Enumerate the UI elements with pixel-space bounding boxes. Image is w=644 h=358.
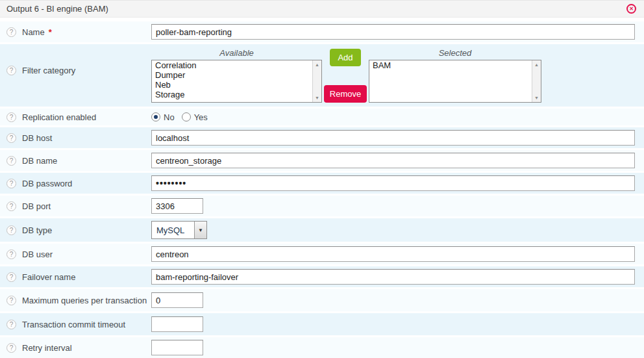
help-icon[interactable]: ?: [6, 27, 16, 37]
list-option[interactable]: Neb: [152, 80, 321, 90]
scrollbar[interactable]: ▲ ▼: [532, 60, 541, 102]
field-label-cell: ? Transaction commit timeout: [0, 320, 151, 329]
field-label: DB port: [22, 201, 51, 211]
required-asterisk: *: [49, 27, 52, 37]
field-label: Maximum queries per transaction: [22, 296, 147, 305]
form-row-replication: ? Replication enabled No Yes: [0, 109, 644, 125]
help-icon[interactable]: ?: [6, 156, 16, 166]
db-type-select[interactable]: MySQL ▼: [151, 221, 207, 239]
field-label: Name: [22, 27, 45, 37]
field-label: DB user: [22, 249, 53, 259]
field-label-cell: ? DB host: [0, 133, 151, 143]
list-option[interactable]: Correlation: [152, 60, 321, 70]
add-button[interactable]: Add: [330, 49, 360, 66]
field-label-cell: ? DB user: [0, 249, 151, 259]
field-label-cell: ? DB name: [0, 156, 151, 166]
field-label: DB type: [22, 225, 52, 235]
available-label: Available: [151, 47, 322, 60]
help-icon[interactable]: ?: [6, 320, 16, 329]
form-row-db-user: ? DB user: [0, 244, 644, 264]
help-icon[interactable]: ?: [6, 272, 16, 282]
scroll-down-icon[interactable]: ▼: [313, 96, 321, 100]
field-label-cell: ? DB port: [0, 201, 151, 211]
field-label: Filter category: [22, 66, 75, 75]
field-label-cell: ? Replication enabled: [0, 112, 151, 122]
db-user-input[interactable]: [151, 246, 635, 262]
field-label-cell: ? Maximum queries per transaction: [0, 296, 151, 305]
field-label: Retry interval: [22, 343, 72, 353]
scrollbar[interactable]: ▲ ▼: [312, 60, 321, 102]
list-option[interactable]: Storage: [152, 90, 321, 99]
commit-timeout-input[interactable]: [151, 316, 203, 332]
form-row-db-type: ? DB type MySQL ▼: [0, 218, 644, 242]
scroll-down-icon[interactable]: ▼: [532, 96, 541, 100]
field-label: DB name: [22, 156, 57, 166]
help-icon[interactable]: ?: [6, 296, 16, 305]
form-row-db-port: ? DB port: [0, 196, 644, 216]
dual-list-buttons: Add Remove: [322, 47, 369, 103]
replication-no-radio[interactable]: [151, 112, 160, 121]
form-row-name: ? Name *: [0, 21, 644, 42]
field-label: Failover name: [22, 272, 75, 282]
field-label-cell: ? Name *: [0, 27, 151, 37]
replication-radio-group: No Yes: [151, 112, 212, 122]
scroll-up-icon[interactable]: ▲: [313, 62, 321, 67]
scroll-up-icon[interactable]: ▲: [532, 62, 541, 67]
name-input[interactable]: [151, 24, 635, 40]
field-label: DB host: [22, 133, 52, 143]
help-icon[interactable]: ?: [6, 343, 16, 353]
form-row-failover-name: ? Failover name: [0, 266, 644, 287]
help-icon[interactable]: ?: [6, 133, 16, 143]
help-icon[interactable]: ?: [6, 66, 16, 75]
remove-button[interactable]: Remove: [324, 85, 367, 103]
close-icon[interactable]: ✕: [626, 4, 636, 14]
output-config-panel: Output 6 - BI engine (BAM) ✕ ? Name * ? …: [0, 0, 644, 358]
form-row-commit-timeout: ? Transaction commit timeout: [0, 313, 644, 335]
field-label-cell: ? Filter category: [0, 47, 151, 75]
radio-label-yes: Yes: [194, 112, 208, 122]
field-label-cell: ? DB type: [0, 225, 151, 235]
form-row-filter-category: ? Filter category Available Correlation …: [0, 44, 644, 107]
select-value: MySQL: [152, 225, 184, 235]
field-label-cell: ? Failover name: [0, 272, 151, 282]
panel-title: Output 6 - BI engine (BAM): [6, 4, 108, 14]
list-option[interactable]: BAM: [369, 60, 541, 70]
field-label: Replication enabled: [22, 112, 96, 122]
retry-interval-input[interactable]: [151, 340, 203, 355]
field-label-cell: ? DB password: [0, 179, 151, 188]
help-icon[interactable]: ?: [6, 179, 16, 188]
form-row-db-password: ? DB password: [0, 173, 644, 194]
max-queries-input[interactable]: [151, 292, 203, 308]
field-label-cell: ? Retry interval: [0, 343, 151, 353]
form-row-max-queries: ? Maximum queries per transaction: [0, 289, 644, 311]
field-label: DB password: [22, 179, 72, 188]
radio-label-no: No: [164, 112, 175, 122]
help-icon[interactable]: ?: [6, 225, 16, 235]
panel-header: Output 6 - BI engine (BAM) ✕: [0, 0, 644, 18]
selected-label: Selected: [369, 47, 541, 60]
db-password-input[interactable]: [151, 175, 635, 191]
db-name-input[interactable]: [151, 153, 635, 168]
help-icon[interactable]: ?: [6, 249, 16, 259]
db-port-input[interactable]: [151, 198, 203, 214]
available-listbox[interactable]: Correlation Dumper Neb Storage ▲ ▼: [151, 60, 322, 103]
form-row-db-name: ? DB name: [0, 150, 644, 171]
failover-name-input[interactable]: [151, 269, 635, 285]
field-label: Transaction commit timeout: [22, 320, 125, 329]
replication-yes-radio[interactable]: [182, 112, 191, 121]
form-row-retry-interval: ? Retry interval: [0, 337, 644, 358]
output-form: ? Name * ? Filter category Available Cor…: [0, 18, 644, 358]
list-option[interactable]: Dumper: [152, 70, 321, 80]
db-host-input[interactable]: [151, 130, 635, 146]
dropdown-arrow-icon: ▼: [194, 222, 206, 238]
help-icon[interactable]: ?: [6, 201, 16, 211]
form-row-db-host: ? DB host: [0, 127, 644, 148]
selected-listbox[interactable]: BAM ▲ ▼: [369, 60, 541, 103]
help-icon[interactable]: ?: [6, 112, 16, 122]
filter-category-dual-list: Available Correlation Dumper Neb Storage…: [151, 47, 541, 103]
